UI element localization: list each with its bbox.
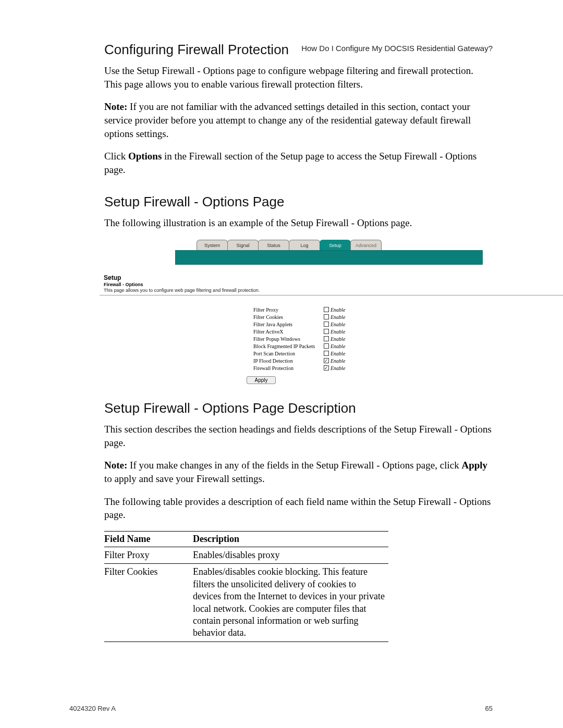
- td-field-name: Filter Cookies: [104, 566, 193, 639]
- note-label: Note:: [104, 101, 127, 112]
- shot-title: Setup: [104, 274, 478, 281]
- option-row: Filter Java AppletsEnable: [253, 320, 478, 328]
- options-word: Options: [128, 151, 162, 162]
- option-row: Filter CookiesEnable: [253, 313, 478, 320]
- th-description: Description: [193, 534, 388, 545]
- firewall-options-screenshot: SystemSignalStatusLogSetupAdvanced Setup…: [99, 239, 478, 385]
- option-label: Filter Proxy: [253, 307, 324, 313]
- intro-click-options: Click Options in the Firewall section of…: [104, 150, 493, 176]
- option-label: IP Flood Detection: [253, 358, 324, 364]
- enable-checkbox[interactable]: [324, 365, 329, 371]
- page-footer: 4024320 Rev A 65: [69, 705, 493, 712]
- running-head: How Do I Configure My DOCSIS Residential…: [301, 44, 493, 53]
- option-label: Firewall Protection: [253, 365, 324, 371]
- enable-checkbox[interactable]: [324, 307, 329, 312]
- tab-signal[interactable]: Signal: [227, 240, 259, 250]
- enable-label: Enable: [331, 336, 345, 342]
- desc-note: Note: If you make changes in any of the …: [104, 459, 493, 485]
- option-label: Filter ActiveX: [253, 329, 324, 335]
- heading-options-page: Setup Firewall - Options Page: [104, 194, 493, 210]
- enable-checkbox[interactable]: [324, 358, 329, 363]
- desc-intro: This section describes the section headi…: [104, 423, 493, 449]
- enable-label: Enable: [331, 329, 345, 335]
- option-row: Filter ProxyEnable: [253, 306, 478, 313]
- tab-log[interactable]: Log: [289, 240, 320, 250]
- option-row: Firewall ProtectionEnable: [253, 364, 478, 372]
- option-label: Filter Cookies: [253, 314, 324, 320]
- enable-checkbox[interactable]: [324, 336, 329, 341]
- td-description: Enables/disables proxy: [193, 549, 388, 561]
- option-row: Block Fragmented IP PacketsEnable: [253, 342, 478, 350]
- enable-checkbox[interactable]: [324, 343, 329, 349]
- enable-label: Enable: [331, 351, 345, 356]
- page: How Do I Configure My DOCSIS Residential…: [0, 0, 563, 728]
- tab-advanced[interactable]: Advanced: [350, 240, 382, 250]
- enable-checkbox[interactable]: [324, 322, 329, 327]
- option-label: Block Fragmented IP Packets: [253, 343, 324, 349]
- desc-table-intro: The following table provides a descripti…: [104, 495, 493, 522]
- option-label: Filter Popup Windows: [253, 336, 324, 342]
- divider: [100, 295, 563, 295]
- option-row: Filter Popup WindowsEnable: [253, 335, 478, 342]
- doc-id: 4024320 Rev A: [69, 705, 116, 712]
- enable-checkbox[interactable]: [324, 329, 329, 334]
- tab-system[interactable]: System: [197, 240, 228, 250]
- option-row: Port Scan DetectionEnable: [253, 350, 478, 357]
- illustration-caption: The following illustration is an example…: [104, 216, 493, 230]
- heading-description: Setup Firewall - Options Page Descriptio…: [104, 400, 493, 416]
- note-text: If you are not familiar with the advance…: [104, 101, 471, 139]
- option-label: Port Scan Detection: [253, 351, 324, 356]
- enable-label: Enable: [331, 343, 345, 349]
- option-row: IP Flood DetectionEnable: [253, 357, 478, 364]
- td-field-name: Filter Proxy: [104, 549, 193, 561]
- intro-note: Note: If you are not familiar with the a…: [104, 100, 493, 140]
- page-number: 65: [485, 705, 493, 712]
- option-label: Filter Java Applets: [253, 322, 324, 327]
- enable-label: Enable: [331, 365, 345, 371]
- enable-label: Enable: [331, 314, 345, 320]
- tab-bar: SystemSignalStatusLogSetupAdvanced: [197, 240, 478, 250]
- table-header-row: Field Name Description: [104, 531, 388, 547]
- options-list: Filter ProxyEnableFilter CookiesEnableFi…: [253, 306, 478, 372]
- intro-paragraph-1: Use the Setup Firewall - Options page to…: [104, 64, 493, 91]
- enable-label: Enable: [331, 358, 345, 364]
- td-description: Enables/disables cookie blocking. This f…: [193, 566, 388, 639]
- shot-subtitle: Firewall - Options: [104, 282, 478, 287]
- th-field-name: Field Name: [104, 534, 193, 545]
- enable-checkbox[interactable]: [324, 351, 329, 356]
- note-label-2: Note:: [104, 460, 127, 471]
- enable-checkbox[interactable]: [324, 314, 329, 319]
- apply-button[interactable]: Apply: [247, 376, 275, 384]
- enable-label: Enable: [331, 322, 345, 327]
- field-description-table: Field Name Description Filter ProxyEnabl…: [104, 531, 388, 642]
- apply-word: Apply: [461, 460, 487, 471]
- active-tab-band: [175, 250, 483, 265]
- enable-label: Enable: [331, 307, 345, 313]
- option-row: Filter ActiveXEnable: [253, 328, 478, 335]
- table-row: Filter CookiesEnables/disables cookie bl…: [104, 564, 388, 641]
- tab-status[interactable]: Status: [258, 240, 289, 250]
- table-row: Filter ProxyEnables/disables proxy: [104, 547, 388, 564]
- tab-setup[interactable]: Setup: [320, 240, 351, 250]
- shot-description: This page allows you to configure web pa…: [104, 288, 478, 293]
